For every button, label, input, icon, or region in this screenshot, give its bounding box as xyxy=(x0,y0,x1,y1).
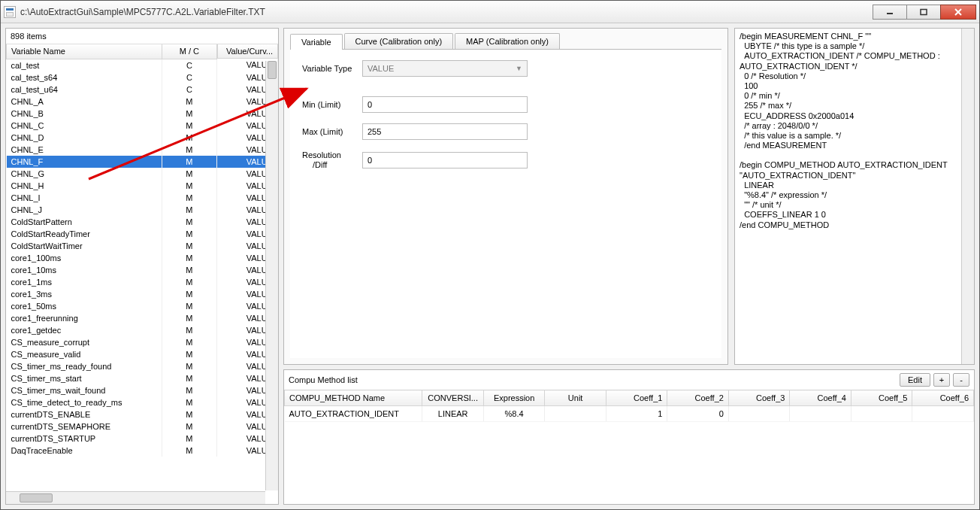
cell-name: ColdStartReadyTimer xyxy=(7,228,162,240)
table-row[interactable]: currentDTS_ENABLEMVALUE xyxy=(7,408,279,420)
cell-mc: M xyxy=(162,433,216,445)
table-row[interactable]: currentDTS_STARTUPMVALUE xyxy=(7,433,279,445)
cell-name: cal_test xyxy=(7,59,162,71)
minimize-button[interactable] xyxy=(873,5,907,20)
col-value[interactable]: Value/Curv... xyxy=(217,44,278,59)
close-button[interactable] xyxy=(940,5,976,20)
cell-name: CS_timer_ms_start xyxy=(7,372,162,384)
add-button[interactable]: + xyxy=(933,373,950,387)
remove-button[interactable]: - xyxy=(953,373,969,387)
a2l-text-panel: /begin MEASUREMENT CHNL_F "" UBYTE /* th… xyxy=(734,28,975,365)
cell-name: core1_3ms xyxy=(7,288,162,300)
cm-col-c3[interactable]: Coeff_3 xyxy=(728,390,790,406)
table-row[interactable]: core1_getdecMVALUE xyxy=(7,324,279,336)
cell-mc: C xyxy=(162,83,216,96)
table-row[interactable]: CHNL_DMVALUE xyxy=(7,132,279,144)
table-row[interactable]: ColdStartWaitTimerMVALUE xyxy=(7,240,279,252)
table-row[interactable]: CHNL_EMVALUE xyxy=(7,144,279,156)
tab-strip: Variable Curve (Calibration only) MAP (C… xyxy=(284,29,727,49)
compu-grid-wrap[interactable]: COMPU_METHOD Name CONVERSI... Expression… xyxy=(284,390,974,504)
a2l-text[interactable]: /begin MEASUREMENT CHNL_F "" UBYTE /* th… xyxy=(735,29,961,364)
a2l-vertical-scrollbar[interactable] xyxy=(961,29,974,364)
table-row[interactable]: cal_test_s64CVALUE xyxy=(7,71,279,83)
col-mc[interactable]: M / C xyxy=(162,44,216,59)
table-row[interactable]: core1_50msMVALUE xyxy=(7,300,279,312)
table-row[interactable]: CHNL_FMVALUE xyxy=(7,156,279,168)
cm-col-expr[interactable]: Expression xyxy=(483,390,545,406)
table-row[interactable]: CHNL_BMVALUE xyxy=(7,108,279,120)
cm-col-c1[interactable]: Coeff_1 xyxy=(606,390,667,406)
cm-c1: 1 xyxy=(606,406,667,422)
resolution-label: Resolution /Diff xyxy=(302,150,362,170)
cell-mc: M xyxy=(162,108,216,120)
maximize-button[interactable] xyxy=(906,5,941,20)
table-row[interactable]: CS_measure_validMVALUE xyxy=(7,348,279,360)
table-row[interactable]: core1_1msMVALUE xyxy=(7,276,279,288)
cell-name: cal_test_s64 xyxy=(7,71,162,83)
cell-mc: M xyxy=(162,168,216,180)
table-row[interactable]: core1_100msMVALUE xyxy=(7,252,279,264)
cell-name: core1_freerunning xyxy=(7,312,162,324)
variable-type-value: VALUE xyxy=(368,64,394,73)
cm-col-name[interactable]: COMPU_METHOD Name xyxy=(285,390,422,406)
table-row[interactable]: DaqTraceEnableMVALUE xyxy=(7,445,279,457)
cell-mc: M xyxy=(162,324,216,336)
table-row[interactable]: currentDTS_SEMAPHOREMVALUE xyxy=(7,420,279,433)
cell-mc: M xyxy=(162,132,216,144)
table-row[interactable]: CHNL_GMVALUE xyxy=(7,168,279,180)
variable-vertical-scrollbar[interactable] xyxy=(265,61,278,490)
edit-button[interactable]: Edit xyxy=(900,373,930,387)
min-limit-input[interactable] xyxy=(362,96,528,113)
app-window: c:\AutoExtractGui\Sample\MPC5777C.A2L.Va… xyxy=(0,0,980,510)
cell-name: CHNL_E xyxy=(7,144,162,156)
tab-map[interactable]: MAP (Calibration only) xyxy=(455,33,560,49)
col-variable-name[interactable]: Variable Name xyxy=(7,44,162,59)
table-row[interactable]: CS_timer_ms_startMVALUE xyxy=(7,372,279,384)
window-buttons xyxy=(873,5,976,20)
cell-name: currentDTS_STARTUP xyxy=(7,433,162,445)
resolution-input[interactable] xyxy=(362,152,528,168)
table-row[interactable]: CHNL_AMVALUE xyxy=(7,96,279,108)
max-limit-input[interactable] xyxy=(362,123,528,140)
cm-col-c5[interactable]: Coeff_5 xyxy=(851,390,912,406)
cell-mc: M xyxy=(162,120,216,132)
cell-name: core1_50ms xyxy=(7,300,162,312)
variable-type-combo[interactable]: VALUE ▼ xyxy=(362,60,528,77)
cell-name: CS_timer_ms_wait_found xyxy=(7,384,162,396)
table-row[interactable]: core1_3msMVALUE xyxy=(7,288,279,300)
table-row[interactable]: CS_time_detect_to_ready_msMVALUE xyxy=(7,396,279,408)
cm-expr: %8.4 xyxy=(483,406,545,422)
cm-unit xyxy=(545,406,606,422)
tab-curve[interactable]: Curve (Calibration only) xyxy=(344,33,454,49)
table-row[interactable]: core1_10msMVALUE xyxy=(7,264,279,276)
cell-name: CHNL_F xyxy=(7,156,162,168)
cm-c2: 0 xyxy=(667,406,729,422)
cm-col-unit[interactable]: Unit xyxy=(545,390,606,406)
table-row[interactable]: CHNL_IMVALUE xyxy=(7,192,279,204)
table-row[interactable]: AUTO_EXTRACTION_IDENTLINEAR%8.410 xyxy=(285,406,974,422)
cell-mc: M xyxy=(162,336,216,348)
table-row[interactable]: CHNL_CMVALUE xyxy=(7,120,279,132)
cell-mc: M xyxy=(162,445,216,457)
table-row[interactable]: CS_measure_corruptMVALUE xyxy=(7,336,279,348)
table-row[interactable]: core1_freerunningMVALUE xyxy=(7,312,279,324)
cell-mc: M xyxy=(162,384,216,396)
table-row[interactable]: CS_timer_ms_wait_foundMVALUE xyxy=(7,384,279,396)
cm-col-c4[interactable]: Coeff_4 xyxy=(790,390,851,406)
table-row[interactable]: CHNL_JMVALUE xyxy=(7,204,279,216)
cell-name: CS_timer_ms_ready_found xyxy=(7,360,162,372)
cm-col-c6[interactable]: Coeff_6 xyxy=(912,390,974,406)
cell-name: CS_time_detect_to_ready_ms xyxy=(7,396,162,408)
table-row[interactable]: ColdStartPatternMVALUE xyxy=(7,216,279,228)
table-row[interactable]: cal_test_u64CVALUE xyxy=(7,83,279,96)
variable-grid-scroll[interactable]: Variable Name M / C Value/Curv... cal_te… xyxy=(6,44,278,504)
cm-col-conv[interactable]: CONVERSI... xyxy=(422,390,484,406)
cm-c6 xyxy=(912,406,974,422)
table-row[interactable]: CHNL_HMVALUE xyxy=(7,180,279,192)
table-row[interactable]: ColdStartReadyTimerMVALUE xyxy=(7,228,279,240)
tab-variable[interactable]: Variable xyxy=(290,34,343,50)
variable-horizontal-scrollbar[interactable] xyxy=(6,491,265,504)
table-row[interactable]: CS_timer_ms_ready_foundMVALUE xyxy=(7,360,279,372)
table-row[interactable]: cal_testCVALUE xyxy=(7,59,279,71)
cm-col-c2[interactable]: Coeff_2 xyxy=(667,390,729,406)
